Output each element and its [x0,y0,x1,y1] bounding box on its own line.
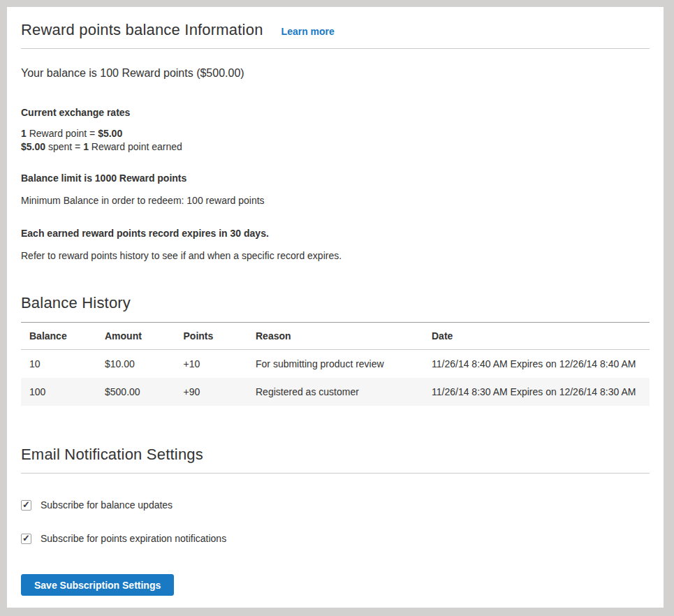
exchange-rates-lines: 1 Reward point = $5.00 $5.00 spent = 1 R… [21,127,650,154]
balance-summary: Your balance is 100 Reward points ($500.… [21,67,650,80]
exchange-rate-line-2: $5.00 spent = 1 Reward point earned [21,140,650,154]
expiration-notifications-option: Subscribe for points expiration notifica… [21,533,650,544]
column-header-balance: Balance [21,323,96,350]
cell-date: 11/26/14 8:40 AM Expires on 12/26/14 8:4… [423,350,650,379]
rate1-points: 1 [21,128,27,139]
cell-reason: For submitting product review [247,350,423,379]
cell-balance: 100 [21,378,96,406]
column-header-date: Date [423,323,650,350]
email-settings-divider [21,473,650,474]
expiration-notifications-label[interactable]: Subscribe for points expiration notifica… [41,533,226,544]
exchange-rate-line-1: 1 Reward point = $5.00 [21,127,650,140]
header-divider [21,48,650,49]
cell-date: 11/26/14 8:30 AM Expires on 12/26/14 8:3… [423,378,650,406]
table-header-row: Balance Amount Points Reason Date [21,323,650,350]
save-subscription-settings-button[interactable]: Save Subscription Settings [21,574,174,596]
expiration-note: Refer to reward points history to see if… [21,250,650,261]
minimum-balance-note: Minimum Balance in order to redeem: 100 … [21,195,650,206]
balance-updates-checkbox[interactable] [21,500,31,511]
balance-updates-label[interactable]: Subscribe for balance updates [41,499,173,511]
cell-points: +90 [175,378,248,406]
cell-amount: $10.00 [96,350,175,379]
cell-reason: Registered as customer [247,378,423,406]
rate1-text: Reward point = [27,128,98,139]
rate2-suffix: Reward point earned [89,141,182,152]
cell-balance: 10 [21,350,96,379]
rate2-points: 1 [83,141,89,152]
balance-history-title: Balance History [21,294,650,312]
column-header-points: Points [175,323,248,350]
cell-points: +10 [175,350,248,379]
reward-points-card: Reward points balance Information Learn … [7,7,664,608]
column-header-reason: Reason [247,323,423,350]
exchange-rates-heading: Current exchange rates [21,107,650,118]
learn-more-link[interactable]: Learn more [281,26,335,37]
rate2-value: $5.00 [21,141,45,152]
page-title: Reward points balance Information [21,21,263,39]
balance-history-table: Balance Amount Points Reason Date 10 $10… [21,322,650,406]
rate2-text: spent = [45,141,83,152]
page-header: Reward points balance Information Learn … [21,21,650,39]
cell-amount: $500.00 [96,378,175,406]
expiration-heading: Each earned reward points record expires… [21,228,650,239]
balance-limit-heading: Balance limit is 1000 Reward points [21,173,650,184]
table-row: 10 $10.00 +10 For submitting product rev… [21,350,650,379]
rate1-value: $5.00 [98,128,122,139]
table-row: 100 $500.00 +90 Registered as customer 1… [21,378,650,406]
expiration-notifications-checkbox[interactable] [21,534,31,544]
column-header-amount: Amount [96,323,175,350]
email-settings-title: Email Notification Settings [21,446,650,464]
balance-updates-option: Subscribe for balance updates [21,499,650,511]
